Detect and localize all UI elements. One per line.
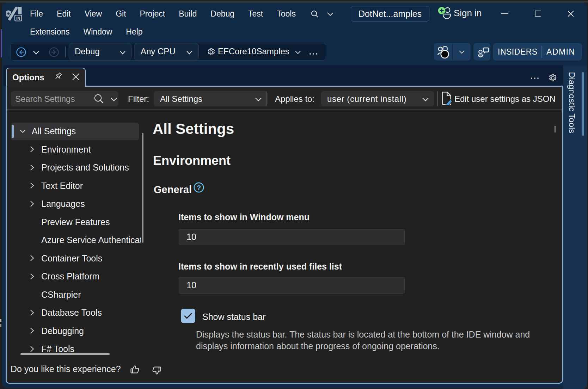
- svg-text:IN: IN: [16, 16, 20, 20]
- svg-text:?: ?: [197, 184, 201, 192]
